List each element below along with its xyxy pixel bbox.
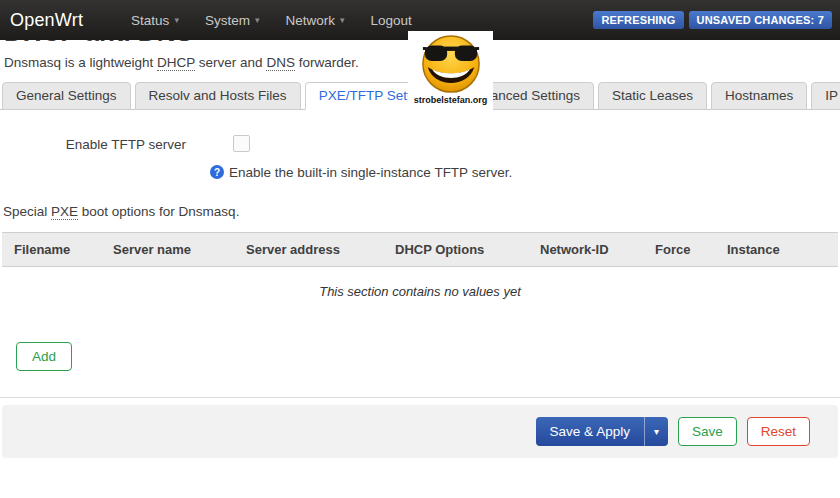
subtitle-text: Dnsmasq is a lightweight (4, 55, 157, 70)
abbr-dns: DNS (266, 55, 295, 71)
empty-section-text: This section contains no values yet (2, 284, 838, 299)
chevron-down-icon: ▾ (255, 16, 260, 25)
nav-item-logout[interactable]: Logout (371, 13, 412, 28)
tftp-server-description: ? Enable the built-in single-instance TF… (210, 165, 840, 180)
brand-openwrt[interactable]: OpenWrt (10, 10, 83, 31)
empty-row: This section contains no values yet (2, 266, 838, 323)
add-button[interactable]: Add (16, 342, 72, 371)
tftp-help-text: Enable the built-in single-instance TFTP… (229, 165, 512, 180)
smiley-sunglasses-icon (420, 33, 482, 95)
abbr-dhcp: DHCP (157, 55, 195, 71)
tab-ip-sets[interactable]: IP Sets (811, 82, 840, 110)
nav-badges: REFRESHING UNSAVED CHANGES: 7 (593, 11, 832, 29)
col-header-network-id: Network-ID (528, 232, 643, 266)
col-header-force: Force (643, 232, 715, 266)
nav-menu: Status ▾ System ▾ Network ▾ Logout (131, 13, 438, 28)
tab-resolv-hosts-files[interactable]: Resolv and Hosts Files (135, 82, 301, 110)
save-button[interactable]: Save (678, 417, 737, 446)
chevron-down-icon: ▾ (174, 16, 179, 25)
nav-item-network-label: Network (285, 13, 335, 28)
save-apply-button[interactable]: Save & Apply (536, 417, 644, 446)
pxe-section-intro: Special PXE boot options for Dnsmasq. (0, 204, 840, 219)
col-header-server-address: Server address (234, 232, 383, 266)
footer-action-bar: Save & Apply ▾ Save Reset (2, 405, 838, 458)
refreshing-badge[interactable]: REFRESHING (593, 11, 683, 29)
nav-item-system[interactable]: System ▾ (205, 13, 260, 28)
nav-item-logout-label: Logout (371, 13, 412, 28)
help-icon: ? (210, 165, 224, 179)
unsaved-changes-badge[interactable]: UNSAVED CHANGES: 7 (689, 11, 832, 29)
subtitle-text: forwarder. (295, 55, 359, 70)
col-header-filename: Filename (2, 232, 101, 266)
tab-general-settings[interactable]: General Settings (2, 82, 131, 110)
table-header-row: Filename Server name Server address DHCP… (2, 232, 838, 266)
intro-text: Special (3, 204, 51, 219)
abbr-pxe: PXE (51, 204, 78, 220)
tftp-server-field: Enable TFTP server ? Enable the built-in… (0, 135, 840, 180)
nav-item-network[interactable]: Network ▾ (285, 13, 344, 28)
save-apply-split-button: Save & Apply ▾ (536, 417, 668, 446)
tab-static-leases[interactable]: Static Leases (598, 82, 707, 110)
col-header-dhcp-options: DHCP Options (383, 232, 528, 266)
footer-divider (0, 397, 840, 398)
tftp-server-label: Enable TFTP server (0, 137, 186, 152)
intro-text: boot options for Dnsmasq. (78, 204, 239, 219)
nav-item-status[interactable]: Status ▾ (131, 13, 179, 28)
tftp-server-input-wrap: ? Enable the built-in single-instance TF… (210, 135, 840, 180)
tftp-server-checkbox[interactable] (233, 135, 250, 152)
nav-item-system-label: System (205, 13, 250, 28)
nav-item-status-label: Status (131, 13, 169, 28)
tab-hostnames[interactable]: Hostnames (711, 82, 807, 110)
chevron-down-icon: ▾ (340, 16, 345, 25)
col-header-server-name: Server name (101, 232, 234, 266)
pxe-options-table: Filename Server name Server address DHCP… (2, 232, 838, 323)
col-header-instance: Instance (715, 232, 838, 266)
subtitle-text: server and (195, 55, 266, 70)
watermark-logo: strobelstefan.org (408, 31, 493, 118)
reset-button[interactable]: Reset (747, 417, 810, 446)
save-apply-dropdown-caret[interactable]: ▾ (644, 417, 668, 446)
watermark-caption: strobelstefan.org (408, 95, 493, 105)
